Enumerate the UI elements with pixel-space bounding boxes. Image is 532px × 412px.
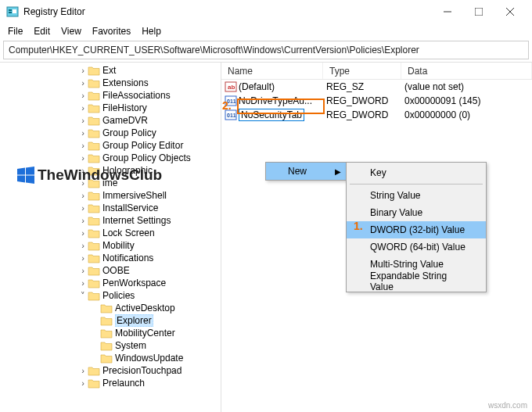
tree-item[interactable]: ›Prelaunch: [0, 377, 221, 389]
col-data[interactable]: Data: [401, 63, 532, 79]
tree-item[interactable]: System: [0, 339, 221, 352]
menu-favorites[interactable]: Favorites: [88, 24, 135, 38]
tree-item[interactable]: ›Extensions: [0, 77, 221, 89]
context-menu-new: New ▶: [265, 162, 347, 181]
folder-icon: [88, 115, 100, 126]
folder-icon: [88, 227, 100, 238]
tree-item-label: Prelaunch: [102, 378, 145, 389]
svg-rect-5: [475, 8, 483, 16]
tree-toggle-icon[interactable]: ›: [78, 266, 88, 275]
address-bar[interactable]: Computer\HKEY_CURRENT_USER\Software\Micr…: [3, 41, 529, 59]
regedit-icon: [6, 5, 19, 18]
value-data: (value not set): [401, 81, 532, 92]
menu-view[interactable]: View: [56, 24, 86, 38]
maximize-button[interactable]: [463, 0, 494, 23]
tree-toggle-icon[interactable]: ›: [78, 366, 88, 375]
tree-toggle-icon[interactable]: ›: [78, 66, 88, 75]
list-row[interactable]: 011NoSecurityTabREG_DWORD0x00000000 (0): [221, 108, 532, 122]
tree-item[interactable]: MobilityCenter: [0, 327, 221, 339]
folder-icon: [88, 65, 100, 76]
ctx-item[interactable]: String Value: [347, 187, 486, 204]
tree-item[interactable]: ›OOBE: [0, 264, 221, 277]
tree-toggle-icon[interactable]: ›: [78, 103, 88, 113]
ctx-item[interactable]: Expandable String Value: [347, 273, 486, 290]
folder-icon: [88, 240, 100, 251]
menu-file[interactable]: File: [3, 24, 27, 38]
value-name-editing[interactable]: NoSecurityTab: [239, 109, 304, 121]
tree-item[interactable]: ›FileAssociations: [0, 89, 221, 102]
tree-toggle-icon[interactable]: ›: [78, 278, 88, 288]
tree-toggle-icon[interactable]: ›: [78, 178, 88, 188]
tree-item-label: Internet Settings: [102, 215, 171, 226]
tree-toggle-icon[interactable]: ›: [78, 91, 88, 100]
tree-toggle-icon[interactable]: ›: [78, 191, 88, 200]
tree-item-label: GameDVR: [102, 115, 148, 126]
ctx-item[interactable]: Key: [347, 164, 486, 181]
value-type: REG_SZ: [323, 81, 401, 92]
tree-pane[interactable]: ›Ext›Extensions›FileAssociations›FileHis…: [0, 63, 221, 412]
tree-toggle-icon[interactable]: ›: [78, 141, 88, 150]
tree-item-label: PenWorkspace: [102, 278, 166, 288]
tree-item[interactable]: ›Lock Screen: [0, 227, 221, 239]
tree-item[interactable]: ›Group Policy: [0, 127, 221, 139]
value-name: (Default): [239, 81, 275, 92]
tree-item[interactable]: ›Group Policy Editor: [0, 139, 221, 152]
value-data: 0x00000091 (145): [401, 95, 532, 106]
tree-item[interactable]: WindowsUpdate: [0, 352, 221, 364]
folder-icon: [88, 90, 100, 101]
tree-item[interactable]: ›ime: [0, 177, 221, 189]
tree-toggle-icon[interactable]: ›: [78, 203, 88, 213]
tree-toggle-icon[interactable]: ›: [78, 216, 88, 225]
tree-item[interactable]: ˅Policies: [0, 289, 221, 302]
folder-icon: [88, 140, 100, 151]
ctx-item[interactable]: QWORD (64-bit) Value: [347, 238, 486, 256]
menu-edit[interactable]: Edit: [29, 24, 55, 38]
credit-text: wsxdn.com: [488, 401, 527, 410]
menu-help[interactable]: Help: [137, 24, 166, 38]
tree-item[interactable]: ›Group Policy Objects: [0, 152, 221, 164]
tree-item[interactable]: ›PrecisionTouchpad: [0, 364, 221, 377]
value-name: NoDriveTypeAu...: [239, 95, 312, 106]
tree-toggle-icon[interactable]: ›: [78, 228, 88, 238]
tree-toggle-icon[interactable]: ›: [78, 153, 88, 163]
close-button[interactable]: [494, 0, 526, 23]
folder-icon: [88, 215, 100, 226]
tree-item[interactable]: ›Ext: [0, 64, 221, 77]
tree-toggle-icon[interactable]: ›: [78, 253, 88, 263]
tree-item[interactable]: Explorer: [0, 314, 221, 327]
tree-item-label: FileHistory: [102, 102, 147, 113]
col-name[interactable]: Name: [221, 63, 323, 79]
tree-item[interactable]: ›GameDVR: [0, 114, 221, 127]
ctx-item[interactable]: Binary Value: [347, 204, 486, 221]
tree-item-label: InstallService: [102, 202, 158, 213]
list-row[interactable]: ab(Default)REG_SZ(value not set): [221, 80, 532, 94]
tree-toggle-icon[interactable]: ˅: [78, 291, 88, 301]
tree-toggle-icon[interactable]: ›: [78, 166, 88, 175]
tree-item[interactable]: ActiveDesktop: [0, 302, 221, 314]
tree-toggle-icon[interactable]: ›: [78, 128, 88, 138]
tree-item[interactable]: ›FileHistory: [0, 102, 221, 114]
tree-item[interactable]: ›PenWorkspace: [0, 277, 221, 289]
list-row[interactable]: 011NoDriveTypeAu...REG_DWORD0x00000091 (…: [221, 94, 532, 108]
folder-icon: [88, 165, 100, 176]
tree-toggle-icon[interactable]: ›: [78, 116, 88, 125]
tree-item-label: Group Policy Objects: [102, 152, 191, 163]
ctx-item[interactable]: DWORD (32-bit) Value: [347, 221, 486, 238]
tree-item[interactable]: ›Mobility: [0, 239, 221, 252]
folder-icon: [88, 102, 100, 113]
tree-item[interactable]: ›Notifications: [0, 252, 221, 264]
folder-icon: [88, 77, 100, 88]
col-type[interactable]: Type: [323, 63, 401, 79]
tree-item[interactable]: ›ImmersiveShell: [0, 189, 221, 202]
tree-item[interactable]: ›InstallService: [0, 202, 221, 214]
tree-toggle-icon[interactable]: ›: [78, 241, 88, 250]
folder-icon: [100, 303, 113, 313]
tree-item[interactable]: ›Internet Settings: [0, 214, 221, 227]
tree-item[interactable]: ›Holographic: [0, 164, 221, 177]
ctx-item-new[interactable]: New ▶: [266, 163, 346, 180]
tree-item-label: Mobility: [102, 240, 135, 251]
minimize-button[interactable]: [432, 0, 463, 23]
tree-toggle-icon[interactable]: ›: [78, 378, 88, 388]
tree-toggle-icon[interactable]: ›: [78, 78, 88, 88]
titlebar: Registry Editor: [0, 0, 532, 23]
